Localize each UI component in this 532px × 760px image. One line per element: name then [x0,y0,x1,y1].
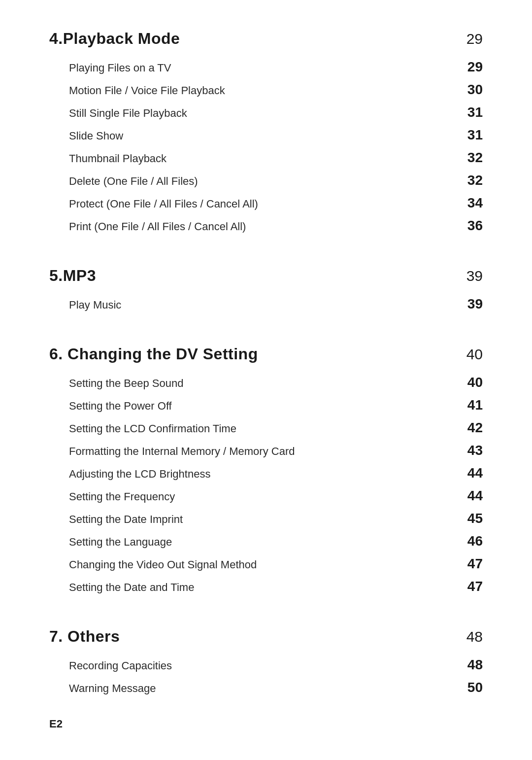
toc-item-page: 50 [458,680,483,695]
section-playback-mode: 4.Playback Mode29Playing Files on a TV29… [49,30,483,247]
toc-item: Play Music39 [49,293,483,315]
toc-item: Setting the Date and Time47 [49,575,483,598]
toc-item-page: 46 [458,533,483,549]
toc-item: Thumbnail Playback32 [49,146,483,169]
toc-item-page: 30 [458,82,483,98]
toc-item-label: Warning Message [69,682,156,695]
toc-item: Setting the Language46 [49,530,483,553]
toc-item-label: Slide Show [69,130,123,142]
section-header-changing-dv-setting: 6. Changing the DV Setting40 [49,345,483,363]
toc-item: Setting the LCD Confirmation Time42 [49,416,483,439]
toc-item: Recording Capacities48 [49,654,483,676]
toc-item-page: 47 [458,579,483,594]
toc-item-label: Setting the Language [69,536,172,549]
toc-item: Setting the Power Off41 [49,394,483,416]
toc-item-page: 48 [458,657,483,673]
page-footer: E2 [49,718,63,730]
toc-item: Print (One File / All Files / Cancel All… [49,214,483,237]
toc-item-page: 41 [458,397,483,413]
toc-item-label: Setting the LCD Confirmation Time [69,422,236,435]
toc-item-page: 42 [458,420,483,436]
toc-item-label: Protect (One File / All Files / Cancel A… [69,198,258,210]
toc-item-label: Motion File / Voice File Playback [69,84,225,97]
toc-item-page: 47 [458,556,483,572]
toc-item-label: Play Music [69,299,121,311]
toc-item-page: 34 [458,195,483,211]
toc-item-label: Setting the Date and Time [69,581,194,594]
toc-item: Protect (One File / All Files / Cancel A… [49,192,483,214]
toc-item-label: Setting the Beep Sound [69,377,183,390]
toc-item: Setting the Date Imprint45 [49,507,483,530]
toc-item: Playing Files on a TV29 [49,56,483,78]
toc-item-label: Formatting the Internal Memory / Memory … [69,445,295,458]
toc-item-label: Print (One File / All Files / Cancel All… [69,220,246,233]
section-title-mp3: 5.MP3 [49,267,96,285]
toc-item: Changing the Video Out Signal Method47 [49,553,483,575]
toc-item-label: Changing the Video Out Signal Method [69,558,257,571]
toc-item: Setting the Beep Sound40 [49,371,483,394]
toc-item-label: Playing Files on a TV [69,62,171,74]
section-page-mp3: 39 [466,268,483,284]
section-title-playback-mode: 4.Playback Mode [49,30,180,48]
toc-item: Warning Message50 [49,676,483,699]
section-page-others: 48 [466,628,483,645]
toc-item-label: Setting the Date Imprint [69,513,183,526]
section-header-mp3: 5.MP339 [49,267,483,285]
toc-item-label: Still Single File Playback [69,107,187,120]
toc-item-page: 31 [458,104,483,120]
section-others: 7. Others48Recording Capacities48Warning… [49,627,483,699]
toc-item-page: 32 [458,150,483,166]
toc-item: Still Single File Playback31 [49,101,483,124]
toc-item-page: 36 [458,218,483,234]
toc-item: Formatting the Internal Memory / Memory … [49,439,483,462]
toc-item-page: 44 [458,488,483,504]
section-mp3: 5.MP339Play Music39 [49,267,483,325]
toc-item-page: 32 [458,173,483,188]
toc-item: Adjusting the LCD Brightness44 [49,462,483,484]
section-page-changing-dv-setting: 40 [466,346,483,363]
toc-item-label: Adjusting the LCD Brightness [69,468,210,481]
section-header-playback-mode: 4.Playback Mode29 [49,30,483,48]
toc-item-label: Setting the Frequency [69,490,175,503]
toc-item-label: Setting the Power Off [69,400,172,413]
toc-item-page: 31 [458,127,483,143]
toc-item-page: 40 [458,375,483,390]
toc-item: Slide Show31 [49,124,483,146]
section-title-others: 7. Others [49,627,120,646]
toc-item-page: 39 [458,296,483,312]
section-page-playback-mode: 29 [466,31,483,47]
toc-item-page: 29 [458,59,483,75]
toc-item-page: 45 [458,511,483,526]
toc-item: Delete (One File / All Files)32 [49,169,483,192]
toc-item-label: Recording Capacities [69,659,172,672]
toc-item: Motion File / Voice File Playback30 [49,78,483,101]
toc-item: Setting the Frequency44 [49,484,483,507]
section-title-changing-dv-setting: 6. Changing the DV Setting [49,345,258,363]
section-changing-dv-setting: 6. Changing the DV Setting40Setting the … [49,345,483,608]
toc-item-page: 44 [458,465,483,481]
toc-item-label: Thumbnail Playback [69,152,166,165]
section-header-others: 7. Others48 [49,627,483,646]
toc-item-page: 43 [458,443,483,458]
toc-item-label: Delete (One File / All Files) [69,175,198,188]
